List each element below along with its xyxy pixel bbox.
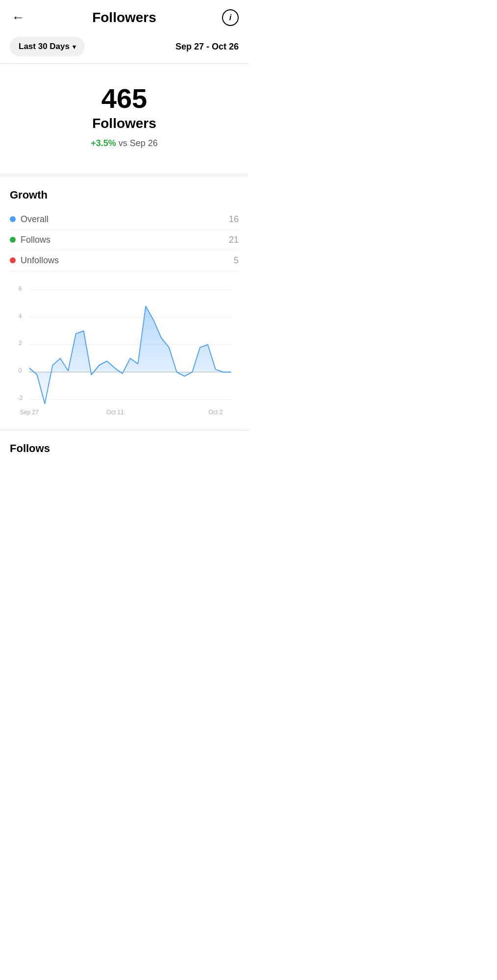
growth-title: Growth bbox=[10, 189, 239, 201]
svg-marker-11 bbox=[29, 306, 231, 403]
svg-text:4: 4 bbox=[19, 312, 22, 319]
filter-row: Last 30 Days ▾ Sep 27 - Oct 26 bbox=[0, 33, 248, 63]
date-range: Sep 27 - Oct 26 bbox=[175, 42, 239, 52]
follows-section: Follows bbox=[0, 430, 248, 467]
svg-text:-2: -2 bbox=[18, 394, 23, 401]
legend-row-overall: Overall 16 bbox=[10, 209, 239, 230]
svg-text:0: 0 bbox=[19, 367, 22, 374]
chevron-down-icon: ▾ bbox=[73, 43, 76, 50]
legend-row-unfollows: Unfollows 5 bbox=[10, 251, 239, 271]
growth-chart: 6 4 2 0 -2 S bbox=[15, 281, 234, 418]
period-label: Last 30 Days bbox=[19, 42, 70, 51]
svg-text:6: 6 bbox=[19, 285, 22, 292]
stats-section: 465 Followers +3.5% vs Sep 26 bbox=[0, 64, 248, 173]
unfollows-label: Unfollows bbox=[21, 255, 59, 266]
svg-text:Oct 2: Oct 2 bbox=[208, 408, 223, 415]
overall-label: Overall bbox=[21, 214, 49, 225]
growth-section: Growth Overall 16 Follows 21 Unfollows 5… bbox=[0, 177, 248, 430]
overall-value: 16 bbox=[229, 214, 239, 225]
back-button[interactable]: ← bbox=[10, 8, 26, 27]
follows-value: 21 bbox=[229, 235, 239, 245]
change-row: +3.5% vs Sep 26 bbox=[10, 138, 239, 149]
follows-title: Follows bbox=[10, 442, 239, 455]
svg-text:Sep 27: Sep 27 bbox=[20, 408, 39, 415]
followers-label: Followers bbox=[10, 116, 239, 131]
chart-container: 6 4 2 0 -2 S bbox=[10, 271, 239, 425]
change-vs: vs Sep 26 bbox=[119, 138, 158, 148]
header: ← Followers i bbox=[0, 0, 248, 33]
unfollows-dot bbox=[10, 257, 16, 263]
follows-dot bbox=[10, 237, 16, 243]
change-percent: +3.5% bbox=[91, 138, 116, 148]
page-title: Followers bbox=[92, 10, 156, 25]
section-divider bbox=[0, 173, 248, 177]
svg-text:2: 2 bbox=[19, 339, 22, 346]
svg-text:Oct 11: Oct 11 bbox=[106, 408, 124, 415]
overall-dot bbox=[10, 216, 16, 222]
followers-count: 465 bbox=[10, 83, 239, 114]
legend-row-follows: Follows 21 bbox=[10, 230, 239, 251]
follows-label: Follows bbox=[21, 235, 50, 245]
period-selector[interactable]: Last 30 Days ▾ bbox=[10, 37, 85, 56]
info-button[interactable]: i bbox=[222, 9, 239, 26]
unfollows-value: 5 bbox=[234, 255, 239, 266]
